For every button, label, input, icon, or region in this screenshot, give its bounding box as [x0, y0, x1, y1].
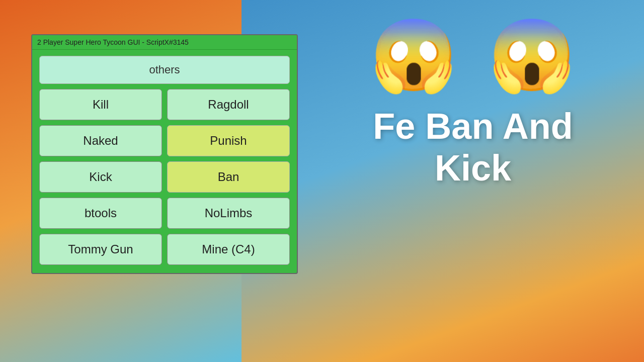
ragdoll-button[interactable]: Ragdoll — [167, 89, 290, 120]
emoji-1: 😱 — [370, 20, 458, 90]
emoji-2: 😱 — [488, 20, 576, 90]
btools-button[interactable]: btools — [39, 198, 162, 229]
kick-button[interactable]: Kick — [39, 161, 162, 193]
emoji-row: 😱 😱 — [370, 20, 576, 90]
headline-text: Fe Ban And Kick — [373, 106, 573, 189]
punish-button[interactable]: Punish — [167, 125, 290, 156]
gui-body: others Kill Ragdoll Naked Punish Kick Ba… — [32, 50, 297, 265]
button-row-3: Kick Ban — [39, 161, 290, 193]
right-panel: 😱 😱 Fe Ban And Kick — [312, 20, 634, 189]
ban-button[interactable]: Ban — [167, 161, 290, 193]
kill-button[interactable]: Kill — [39, 89, 162, 120]
naked-button[interactable]: Naked — [39, 125, 162, 156]
gui-title: 2 Player Super Hero Tycoon GUI - ScriptX… — [32, 35, 297, 50]
mine-c4-button[interactable]: Mine (C4) — [167, 234, 290, 265]
headline-line2: Kick — [435, 148, 511, 188]
button-row-2: Naked Punish — [39, 125, 290, 156]
button-row-5: Tommy Gun Mine (C4) — [39, 234, 290, 265]
tommy-gun-button[interactable]: Tommy Gun — [39, 234, 162, 265]
button-row-4: btools NoLimbs — [39, 198, 290, 229]
headline-line1: Fe Ban And — [373, 106, 573, 146]
others-button[interactable]: others — [39, 56, 290, 84]
button-row-1: Kill Ragdoll — [39, 89, 290, 120]
gui-panel: 2 Player Super Hero Tycoon GUI - ScriptX… — [31, 34, 298, 274]
nolimbs-button[interactable]: NoLimbs — [167, 198, 290, 229]
